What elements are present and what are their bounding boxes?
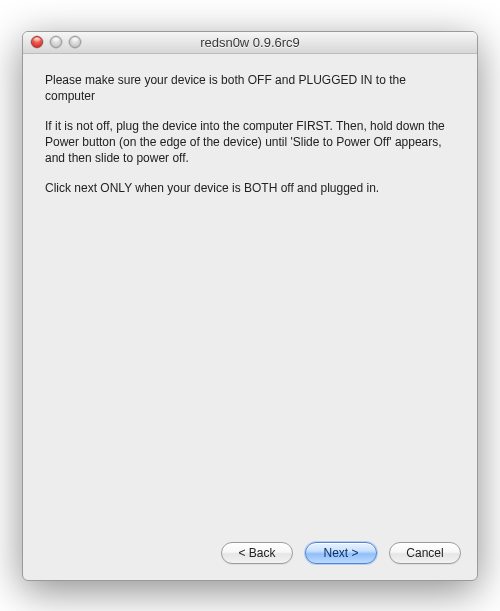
- content-area: Please make sure your device is both OFF…: [23, 54, 477, 532]
- cancel-button[interactable]: Cancel: [389, 542, 461, 564]
- instruction-text-3: Click next ONLY when your device is BOTH…: [45, 180, 455, 196]
- instruction-text-2: If it is not off, plug the device into t…: [45, 118, 455, 167]
- traffic-lights: [31, 36, 81, 48]
- button-bar: < Back Next > Cancel: [23, 532, 477, 580]
- instruction-text-1: Please make sure your device is both OFF…: [45, 72, 455, 104]
- titlebar: redsn0w 0.9.6rc9: [23, 32, 477, 54]
- window-title: redsn0w 0.9.6rc9: [23, 35, 477, 50]
- back-button[interactable]: < Back: [221, 542, 293, 564]
- zoom-icon[interactable]: [69, 36, 81, 48]
- app-window: redsn0w 0.9.6rc9 Please make sure your d…: [22, 31, 478, 581]
- close-icon[interactable]: [31, 36, 43, 48]
- next-button[interactable]: Next >: [305, 542, 377, 564]
- minimize-icon[interactable]: [50, 36, 62, 48]
